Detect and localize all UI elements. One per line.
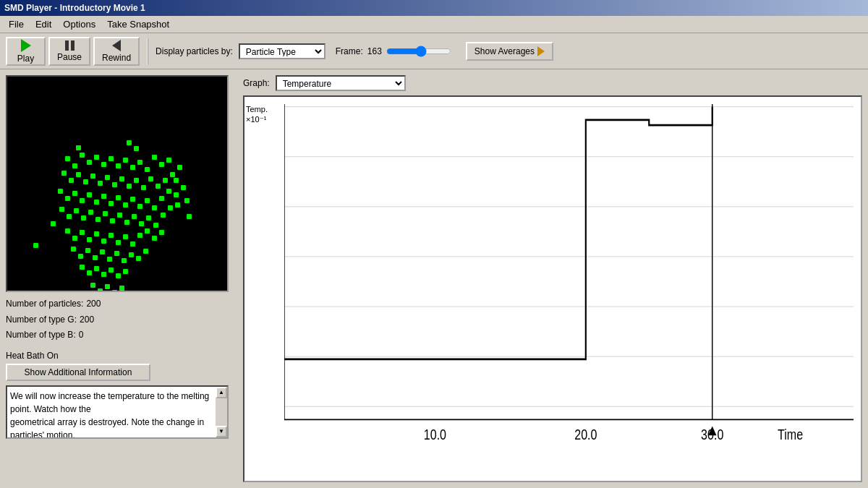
particle [101, 272, 106, 277]
particle [132, 214, 137, 219]
show-additional-button[interactable]: Show Additional Information [6, 364, 150, 381]
particle [117, 213, 122, 218]
toolbar-separator [147, 38, 148, 64]
description-text: We will now increase the temperature to … [10, 390, 224, 439]
particle [88, 210, 93, 215]
play-button[interactable]: Play [6, 37, 46, 66]
particle [98, 288, 103, 292]
main-content: Number of particles: 200 Number of type … [0, 69, 868, 488]
scroll-up-button[interactable]: ▲ [216, 387, 227, 398]
particle-type-dropdown[interactable]: Particle Type [239, 43, 326, 59]
particle [170, 172, 175, 177]
rewind-icon [112, 40, 121, 51]
particle [80, 198, 85, 203]
num-particles-value: 200 [86, 296, 101, 312]
particle [74, 208, 79, 213]
particle [105, 284, 110, 289]
particle [81, 215, 86, 221]
particle [72, 191, 77, 196]
particle [85, 248, 90, 253]
particle [130, 197, 135, 202]
display-particles-section: Display particles by: Particle Type [156, 43, 326, 59]
particle [141, 185, 146, 190]
menu-take-snapshot[interactable]: Take Snapshot [101, 17, 175, 31]
particle [76, 145, 81, 150]
particle [87, 270, 92, 275]
num-type-b-value: 0 [79, 328, 84, 343]
graph-header: Graph: Temperature Kinetic Energy Potent… [243, 75, 862, 91]
num-type-g-value: 200 [80, 312, 94, 328]
particle [80, 153, 85, 158]
particle [127, 184, 132, 189]
particle [109, 233, 114, 238]
particle [72, 236, 77, 241]
graph-y-label: Temp. ×10⁻¹ [246, 104, 268, 125]
pause-icon [65, 40, 75, 51]
particle [143, 249, 148, 254]
particle [159, 230, 164, 235]
particle [83, 179, 88, 184]
particle [87, 192, 92, 197]
menu-options[interactable]: Options [57, 17, 101, 31]
particle [71, 247, 76, 252]
frame-slider[interactable] [386, 46, 451, 57]
heat-bath-status: Heat Bath On [6, 351, 150, 361]
graph-type-dropdown[interactable]: Temperature Kinetic Energy Potential Ene… [276, 75, 406, 91]
particle [90, 283, 95, 288]
graph-y-title: Temp. [246, 105, 268, 114]
particle [67, 214, 72, 219]
show-averages-label: Show Averages [475, 46, 535, 56]
particle [65, 156, 70, 161]
particle [87, 237, 92, 242]
particle [152, 236, 157, 241]
particle [123, 269, 128, 274]
graph-y-subtitle: ×10⁻¹ [246, 115, 266, 124]
title-text: SMD Player - Introductory Movie 1 [4, 3, 145, 13]
num-type-g-row: Number of type G: 200 [6, 312, 237, 328]
particle [159, 196, 164, 201]
particle [112, 182, 117, 187]
frame-value: 163 [367, 46, 382, 56]
right-panel: Graph: Temperature Kinetic Energy Potent… [243, 75, 862, 482]
particle [72, 163, 77, 168]
particle [100, 249, 105, 254]
svg-text:Time: Time [778, 427, 803, 442]
particle [65, 228, 70, 234]
particle [101, 162, 106, 167]
particle [130, 165, 135, 170]
particle [174, 192, 179, 197]
particle [134, 146, 139, 151]
pause-label: Pause [57, 52, 82, 62]
particle [124, 220, 129, 225]
text-scrollbar: ▲ ▼ [216, 387, 227, 437]
particle [127, 140, 132, 145]
graph-area: Temp. ×10⁻¹ 0.5 1.0 1.5 2.0 [243, 95, 862, 482]
particle [109, 201, 114, 206]
menu-file[interactable]: File [3, 17, 30, 31]
particle [130, 241, 135, 247]
description-area: We will now increase the temperature to … [6, 385, 229, 439]
pause-button[interactable]: Pause [48, 37, 90, 66]
rewind-button[interactable]: Rewind [93, 37, 140, 66]
particle [59, 207, 64, 212]
particle [94, 155, 99, 160]
particle [87, 160, 92, 165]
particle [112, 290, 117, 292]
menu-edit[interactable]: Edit [30, 17, 57, 31]
svg-text:10.0: 10.0 [424, 427, 446, 442]
play-label: Play [17, 53, 34, 64]
particle [163, 178, 168, 183]
particle [175, 202, 180, 207]
scroll-down-button[interactable]: ▼ [216, 426, 227, 437]
particle [156, 184, 161, 189]
particle [61, 171, 67, 176]
particle [69, 178, 74, 183]
description-content: We will now increase the temperature to … [10, 391, 209, 439]
particle [101, 239, 106, 244]
show-averages-button[interactable]: Show Averages [466, 42, 553, 61]
particle [107, 257, 112, 262]
particle [145, 167, 150, 172]
frame-section: Frame: 163 [336, 46, 451, 57]
particle [129, 252, 134, 257]
particle [166, 189, 171, 194]
